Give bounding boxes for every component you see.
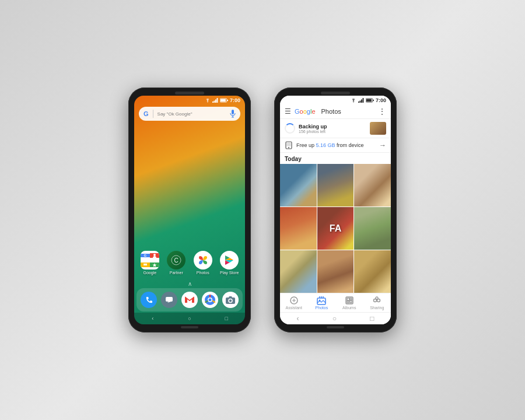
svg-rect-1	[214, 101, 215, 103]
photos-text: Photos	[321, 108, 341, 115]
app-item-playstore[interactable]: Play Store	[218, 251, 242, 275]
dock-camera[interactable]	[222, 292, 239, 308]
albums-icon	[345, 296, 354, 305]
app-title: Google Photos	[295, 108, 374, 115]
google-cluster-icon: G	[141, 251, 159, 270]
photo-4[interactable]	[280, 207, 317, 250]
google-text: Google	[295, 108, 316, 115]
nav-assistant[interactable]: Assistant	[280, 293, 308, 312]
backup-thumbnail	[370, 122, 386, 135]
phone-2-screen: 7:00 ☰ Google Photos ⋮ Backing up	[280, 96, 391, 324]
gmail-icon	[185, 296, 194, 303]
svg-rect-2	[215, 100, 216, 103]
status-time-1: 7:00	[230, 97, 240, 103]
app-item-partner[interactable]: C Partner	[164, 251, 189, 275]
nav-bar-2: ‹ ○ □	[280, 312, 391, 324]
pinwheel-icon	[197, 254, 209, 267]
backup-status-row: Backing up 156 photos left	[280, 119, 391, 138]
device-icon	[285, 141, 293, 149]
nav-albums[interactable]: Albums	[335, 293, 363, 312]
photo-grid: FA	[280, 164, 391, 293]
recents-button-2[interactable]: □	[370, 314, 374, 323]
photo-1[interactable]	[280, 164, 317, 206]
search-placeholder[interactable]: Say "Ok Google"	[158, 111, 227, 117]
dock-gmail[interactable]	[181, 292, 198, 308]
photo-dog-2[interactable]	[317, 250, 354, 293]
phone-2: 7:00 ☰ Google Photos ⋮ Backing up	[274, 88, 397, 332]
phone-1: 7:00 G Say "Ok Google"	[128, 88, 251, 332]
search-divider	[153, 110, 153, 118]
google-logo: G	[144, 110, 149, 117]
svg-rect-6	[227, 100, 228, 101]
more-options-icon[interactable]: ⋮	[378, 107, 386, 116]
free-up-row[interactable]: Free up 5.16 GB from device →	[280, 138, 391, 153]
dock-phone[interactable]	[141, 292, 157, 308]
backup-spinner	[285, 123, 295, 134]
photo-2[interactable]	[317, 164, 354, 206]
svg-point-10	[153, 254, 156, 256]
backup-title: Backing up	[299, 124, 366, 130]
app-item-photos[interactable]: Photos	[191, 251, 215, 275]
svg-point-29	[288, 147, 289, 148]
backup-subtitle: 156 photos left	[299, 130, 366, 134]
messages-icon	[165, 296, 173, 304]
app-label-google: Google	[143, 271, 156, 275]
svg-rect-7	[232, 110, 234, 114]
bottom-dock	[136, 288, 243, 312]
app-grid: G Google	[134, 249, 245, 277]
svg-rect-5	[220, 99, 226, 102]
partner-icon: C	[167, 251, 186, 270]
battery-icon-2	[366, 98, 374, 103]
photo-barn[interactable]: FA	[317, 207, 354, 250]
signal-icon	[212, 98, 218, 103]
status-time-2: 7:00	[376, 97, 386, 103]
dock-messages[interactable]	[161, 292, 177, 308]
photos-header: ☰ Google Photos ⋮	[280, 104, 391, 119]
photos-nav-icon	[317, 296, 326, 305]
back-button-2[interactable]: ‹	[297, 314, 299, 323]
freeup-highlight: 5.16 GB	[316, 142, 335, 148]
back-button[interactable]: ‹	[149, 314, 157, 323]
battery-icon	[220, 98, 228, 103]
svg-rect-25	[366, 99, 372, 102]
app-label-photos: Photos	[197, 271, 209, 275]
svg-rect-23	[362, 98, 363, 103]
svg-rect-37	[350, 300, 352, 303]
svg-rect-28	[287, 143, 291, 146]
svg-rect-21	[359, 101, 360, 103]
nav-sharing-label: Sharing	[370, 306, 384, 310]
menu-icon[interactable]: ☰	[285, 107, 291, 116]
photo-dog-1[interactable]	[280, 250, 317, 293]
home-button[interactable]: ○	[186, 314, 194, 323]
photo-family[interactable]	[354, 207, 391, 250]
nav-photos[interactable]: Photos	[308, 293, 336, 312]
mic-icon	[230, 110, 236, 118]
svg-rect-34	[347, 298, 349, 300]
home-button-2[interactable]: ○	[332, 314, 337, 323]
phone-icon	[145, 296, 153, 304]
playstore-icon	[220, 251, 239, 270]
svg-point-17	[208, 299, 211, 302]
recents-button[interactable]: □	[222, 314, 230, 323]
photo-dog-3[interactable]	[354, 250, 391, 293]
nav-assistant-label: Assistant	[286, 306, 302, 310]
app-item-google[interactable]: G Google	[138, 251, 162, 275]
nav-sharing[interactable]: Sharing	[363, 293, 391, 312]
arrow-right-icon: →	[379, 141, 386, 149]
search-bar[interactable]: G Say "Ok Google"	[139, 107, 240, 121]
sharing-icon	[372, 296, 382, 305]
up-arrow: ∧	[134, 281, 245, 287]
nav-bar-1: ‹ ○ □	[134, 313, 245, 324]
partner-symbol: C	[171, 255, 181, 265]
svg-rect-0	[212, 102, 214, 103]
bottom-nav: Assistant Photos	[280, 293, 391, 312]
svg-rect-3	[216, 98, 218, 103]
svg-rect-36	[347, 301, 349, 303]
svg-rect-13	[166, 297, 173, 302]
chrome-icon	[205, 295, 215, 305]
wifi-icon	[205, 98, 211, 103]
status-bar-1: 7:00	[134, 96, 245, 104]
app-label-playstore: Play Store	[220, 271, 239, 275]
dock-chrome[interactable]	[202, 292, 218, 308]
photo-3[interactable]	[354, 164, 391, 206]
